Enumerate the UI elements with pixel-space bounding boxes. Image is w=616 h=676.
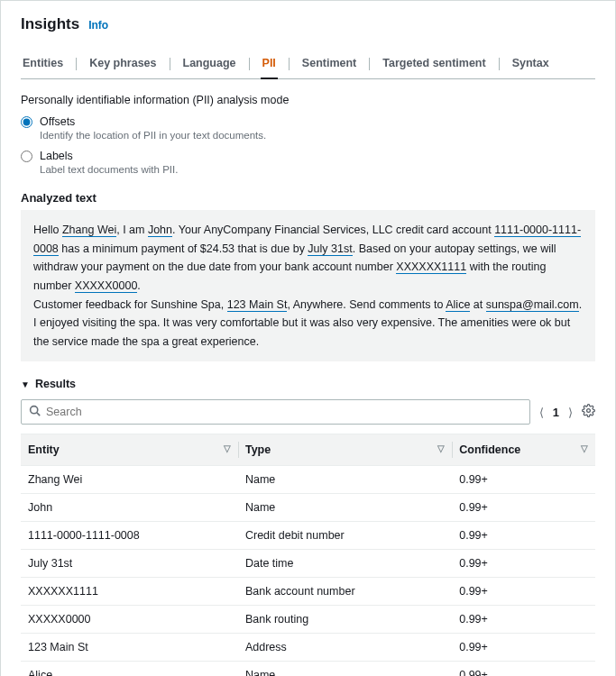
radio-label: Offsets <box>40 115 266 128</box>
radio-labels[interactable]: LabelsLabel text documents with PII. <box>21 150 595 175</box>
table-row: July 31stDate time0.99+ <box>21 550 595 578</box>
radio-input-labels[interactable] <box>21 151 32 162</box>
tab-key-phrases[interactable]: Key phrases <box>87 48 158 78</box>
cell-entity: Alice <box>21 662 238 676</box>
table-row: 1111-0000-1111-0008Credit debit number0.… <box>21 522 595 550</box>
sort-icon: ▽ <box>581 443 588 453</box>
svg-point-0 <box>31 407 38 414</box>
prev-page-button[interactable]: ⟨ <box>539 406 544 419</box>
tab-language[interactable]: Language <box>181 48 238 78</box>
cell-type: Name <box>238 466 452 494</box>
cell-type: Bank routing <box>238 606 452 634</box>
cell-entity: July 31st <box>21 550 238 578</box>
radio-input-offsets[interactable] <box>21 116 32 128</box>
cell-entity: XXXXXX1111 <box>21 578 238 606</box>
cell-type: Name <box>238 494 452 522</box>
cell-type: Credit debit number <box>238 522 452 550</box>
table-row: XXXXX0000Bank routing0.99+ <box>21 606 595 634</box>
search-input[interactable] <box>46 406 522 418</box>
cell-entity: XXXXX0000 <box>21 606 238 634</box>
column-type[interactable]: Type▽ <box>238 434 452 466</box>
cell-type: Bank account number <box>238 578 452 606</box>
svg-line-1 <box>37 413 40 416</box>
cell-type: Name <box>238 662 452 676</box>
radio-desc: Identify the location of PII in your tex… <box>40 130 266 141</box>
cell-entity: Zhang Wei <box>21 466 238 494</box>
next-page-button[interactable]: ⟩ <box>568 406 573 419</box>
cell-entity: 123 Main St <box>21 634 238 662</box>
sort-icon: ▽ <box>224 443 231 453</box>
settings-button[interactable] <box>582 404 595 420</box>
cell-confidence: 0.99+ <box>452 578 595 606</box>
search-icon <box>29 405 41 419</box>
cell-confidence: 0.99+ <box>452 550 595 578</box>
page-title: Insights <box>21 15 79 33</box>
pii-entity: July 31st <box>308 242 352 256</box>
table-row: 123 Main StAddress0.99+ <box>21 634 595 662</box>
caret-down-icon: ▼ <box>21 379 30 389</box>
column-confidence[interactable]: Confidence▽ <box>452 434 595 466</box>
pii-entity: Zhang Wei <box>62 224 116 237</box>
cell-confidence: 0.99+ <box>452 494 595 522</box>
radio-desc: Label text documents with PII. <box>40 164 178 175</box>
current-page: 1 <box>553 406 559 419</box>
table-row: Zhang WeiName0.99+ <box>21 466 595 494</box>
analyzed-heading: Analyzed text <box>21 191 595 205</box>
cell-entity: John <box>21 494 238 522</box>
pii-entity: sunspa@mail.com <box>486 298 579 312</box>
sort-icon: ▽ <box>437 443 445 453</box>
tab-syntax[interactable]: Syntax <box>510 48 551 78</box>
cell-entity: 1111-0000-1111-0008 <box>21 522 238 550</box>
radio-offsets[interactable]: OffsetsIdentify the location of PII in y… <box>21 115 595 141</box>
search-box[interactable] <box>21 399 530 425</box>
cell-confidence: 0.99+ <box>452 662 595 676</box>
pii-entity: Alice <box>446 298 470 312</box>
tab-sentiment[interactable]: Sentiment <box>300 48 358 78</box>
info-link[interactable]: Info <box>88 19 108 32</box>
radio-label: Labels <box>40 150 178 162</box>
pii-entity: 123 Main St <box>227 298 288 312</box>
tab-targeted-sentiment[interactable]: Targeted sentiment <box>381 48 487 78</box>
tabs: EntitiesKey phrasesLanguagePIISentimentT… <box>21 48 595 79</box>
results-table: Entity▽Type▽Confidence▽ Zhang WeiName0.9… <box>21 434 595 676</box>
column-entity[interactable]: Entity▽ <box>21 434 238 466</box>
pii-entity: John <box>148 224 172 237</box>
cell-confidence: 0.99+ <box>452 522 595 550</box>
mode-label: Personally identifiable information (PII… <box>21 94 595 106</box>
results-toggle[interactable]: ▼ Results <box>21 378 595 390</box>
cell-confidence: 0.99+ <box>452 634 595 662</box>
cell-type: Date time <box>238 550 452 578</box>
table-row: AliceName0.99+ <box>21 662 595 676</box>
tab-pii[interactable]: PII <box>261 48 278 78</box>
pii-entity: XXXXX0000 <box>75 279 138 293</box>
table-row: JohnName0.99+ <box>21 494 595 522</box>
cell-confidence: 0.99+ <box>452 466 595 494</box>
tab-entities[interactable]: Entities <box>21 48 65 78</box>
pii-entity: XXXXXX1111 <box>396 260 466 274</box>
svg-point-2 <box>587 409 591 413</box>
cell-type: Address <box>238 634 452 662</box>
table-row: XXXXXX1111Bank account number0.99+ <box>21 578 595 606</box>
results-heading: Results <box>35 378 76 390</box>
cell-confidence: 0.99+ <box>452 606 595 634</box>
pagination: ⟨ 1 ⟩ <box>539 406 573 419</box>
analyzed-text: Hello Zhang Wei, I am John. Your AnyComp… <box>21 210 595 361</box>
